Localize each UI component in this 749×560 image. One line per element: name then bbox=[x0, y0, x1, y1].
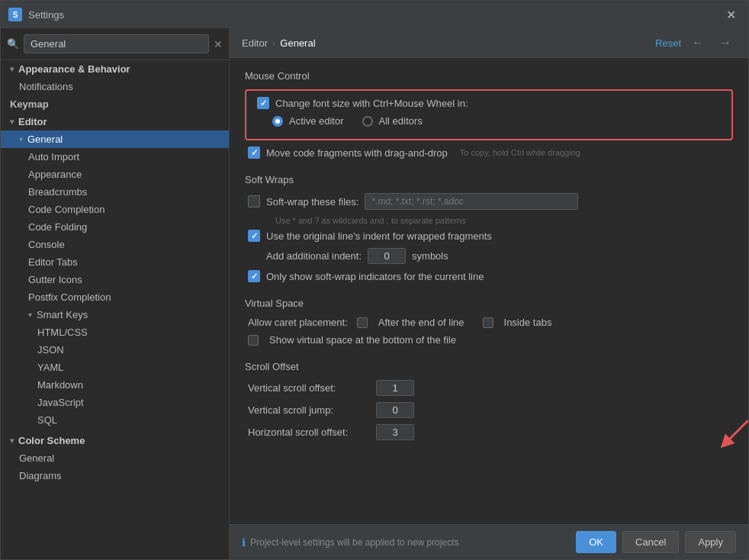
sidebar-item-javascript[interactable]: JavaScript bbox=[1, 394, 229, 411]
sidebar-item-gutter-icons[interactable]: Gutter Icons bbox=[1, 271, 229, 288]
sidebar-item-label: Auto Import bbox=[28, 151, 79, 163]
close-button[interactable]: ✕ bbox=[722, 6, 741, 24]
apply-button[interactable]: Apply bbox=[685, 531, 736, 553]
vertical-offset-input[interactable] bbox=[376, 380, 414, 396]
expand-arrow-icon: ▾ bbox=[28, 311, 32, 319]
sidebar-item-breadcrumbs[interactable]: Breadcrumbs bbox=[1, 183, 229, 201]
show-virtual-label: Show virtual space at the bottom of the … bbox=[269, 334, 456, 346]
sidebar-item-diagrams[interactable]: Diagrams bbox=[1, 467, 229, 484]
search-input[interactable] bbox=[24, 34, 209, 53]
sidebar-item-label: Code Completion bbox=[28, 204, 104, 215]
sidebar-item-html-css[interactable]: HTML/CSS bbox=[1, 323, 229, 341]
breadcrumb-parent[interactable]: Editor bbox=[242, 37, 268, 49]
ok-button[interactable]: OK bbox=[576, 531, 616, 553]
sidebar-item-code-completion[interactable]: Code Completion bbox=[1, 201, 229, 218]
vertical-jump-input[interactable] bbox=[376, 402, 414, 418]
sidebar-item-label: SQL bbox=[37, 414, 57, 426]
sidebar-item-notifications[interactable]: Notifications bbox=[1, 78, 229, 95]
sidebar-item-label: JavaScript bbox=[37, 397, 84, 408]
info-text-area: ℹ Project-level settings will be applied… bbox=[242, 536, 458, 549]
highlight-box: ✓ Change font size with Ctrl+Mouse Wheel… bbox=[245, 89, 733, 140]
move-code-hint: To copy, hold Ctrl while dragging bbox=[460, 148, 580, 157]
breadcrumb: Editor › General bbox=[242, 37, 316, 49]
sidebar-item-json[interactable]: JSON bbox=[1, 341, 229, 359]
expand-arrow-icon: ▾ bbox=[10, 436, 14, 445]
sidebar-item-console[interactable]: Console bbox=[1, 236, 229, 253]
sidebar-item-keymap[interactable]: Keymap bbox=[1, 95, 229, 113]
sidebar-item-label: Smart Keys bbox=[37, 309, 88, 320]
active-editor-row: Active editor All editors bbox=[254, 115, 724, 127]
change-font-checkbox[interactable]: ✓ bbox=[257, 97, 269, 109]
info-icon: ℹ bbox=[242, 536, 246, 549]
search-bar: 🔍 ✕ bbox=[1, 28, 229, 60]
move-code-label: Move code fragments with drag-and-drop bbox=[266, 147, 448, 159]
forward-button[interactable]: → bbox=[715, 34, 736, 51]
settings-window: S Settings ✕ 🔍 ✕ ▾ Appearance & Behavior… bbox=[0, 0, 749, 560]
title-bar: S Settings ✕ bbox=[1, 1, 748, 28]
sidebar-item-label: Appearance bbox=[28, 169, 82, 180]
window-title: Settings bbox=[28, 9, 722, 21]
sidebar-item-editor[interactable]: ▾ Editor bbox=[1, 113, 229, 130]
soft-wraps-section: Soft Wraps Soft-wrap these files: Use * … bbox=[245, 174, 733, 282]
sidebar-item-editor-tabs[interactable]: Editor Tabs bbox=[1, 253, 229, 271]
sidebar-item-smart-keys[interactable]: ▾ Smart Keys bbox=[1, 306, 229, 323]
only-show-row: ✓ Only show soft-wrap indicators for the… bbox=[245, 270, 733, 282]
sidebar-item-code-folding[interactable]: Code Folding bbox=[1, 218, 229, 236]
only-show-label: Only show soft-wrap indicators for the c… bbox=[266, 271, 484, 282]
sidebar-item-postfix-completion[interactable]: Postfix Completion bbox=[1, 288, 229, 306]
vertical-jump-label: Vertical scroll jump: bbox=[248, 404, 370, 416]
bottom-bar: ℹ Project-level settings will be applied… bbox=[230, 524, 748, 559]
sidebar-item-label: Editor Tabs bbox=[28, 256, 78, 268]
vertical-offset-row: Vertical scroll offset: bbox=[245, 380, 733, 396]
sidebar-item-label: Code Folding bbox=[28, 221, 87, 233]
only-show-checkbox[interactable]: ✓ bbox=[248, 270, 260, 282]
after-end-checkbox[interactable] bbox=[357, 317, 368, 328]
sidebar-item-appearance[interactable]: Appearance bbox=[1, 166, 229, 183]
cancel-button[interactable]: Cancel bbox=[622, 531, 679, 553]
all-editors-radio[interactable] bbox=[362, 116, 373, 127]
red-arrow-indicator bbox=[710, 417, 748, 462]
show-virtual-row: Show virtual space at the bottom of the … bbox=[245, 334, 733, 346]
check-icon: ✓ bbox=[251, 231, 258, 241]
vertical-offset-label: Vertical scroll offset: bbox=[248, 382, 370, 394]
reset-button[interactable]: Reset bbox=[655, 37, 681, 49]
change-font-label: Change font size with Ctrl+Mouse Wheel i… bbox=[275, 98, 468, 109]
show-virtual-checkbox[interactable] bbox=[248, 335, 259, 346]
sidebar: 🔍 ✕ ▾ Appearance & Behavior Notification… bbox=[1, 28, 230, 559]
sidebar-item-markdown[interactable]: Markdown bbox=[1, 376, 229, 394]
check-icon: ✓ bbox=[260, 98, 267, 108]
sidebar-item-sql[interactable]: SQL bbox=[1, 411, 229, 429]
after-end-label: After the end of line bbox=[378, 317, 465, 328]
settings-content: Mouse Control ✓ Change font size with Ct… bbox=[230, 58, 748, 524]
sidebar-item-label: Console bbox=[28, 239, 65, 250]
breadcrumb-separator: › bbox=[272, 37, 275, 49]
sidebar-item-color-general[interactable]: General bbox=[1, 449, 229, 467]
clear-search-button[interactable]: ✕ bbox=[214, 38, 223, 50]
sidebar-item-color-scheme[interactable]: ▾ Color Scheme bbox=[1, 432, 229, 449]
soft-wrap-checkbox[interactable] bbox=[248, 195, 260, 208]
back-button[interactable]: ← bbox=[687, 34, 709, 51]
inside-tabs-checkbox[interactable] bbox=[483, 317, 493, 328]
sidebar-item-general[interactable]: ▾ General bbox=[1, 130, 229, 148]
search-icon: 🔍 bbox=[7, 38, 19, 50]
active-editor-radio[interactable] bbox=[272, 116, 283, 127]
soft-wrap-files-row: Soft-wrap these files: bbox=[245, 193, 733, 210]
move-code-checkbox[interactable]: ✓ bbox=[248, 146, 260, 159]
button-row: OK Cancel Apply bbox=[576, 531, 736, 553]
add-indent-input[interactable] bbox=[368, 248, 406, 264]
sidebar-item-auto-import[interactable]: Auto Import bbox=[1, 148, 229, 166]
all-editors-label: All editors bbox=[379, 115, 423, 127]
sidebar-item-label: General bbox=[27, 134, 63, 145]
horizontal-offset-input[interactable] bbox=[376, 424, 414, 440]
sidebar-item-label: Breadcrumbs bbox=[28, 186, 87, 198]
sidebar-item-label: Diagrams bbox=[19, 470, 62, 481]
sidebar-item-appearance-behavior[interactable]: ▾ Appearance & Behavior bbox=[1, 60, 229, 78]
symbols-label: symbols bbox=[412, 250, 448, 262]
use-indent-checkbox[interactable]: ✓ bbox=[248, 230, 260, 242]
change-font-row: ✓ Change font size with Ctrl+Mouse Wheel… bbox=[254, 97, 724, 109]
sidebar-item-label: Markdown bbox=[37, 379, 83, 391]
sidebar-item-yaml[interactable]: YAML bbox=[1, 359, 229, 376]
sidebar-item-label: Gutter Icons bbox=[28, 274, 82, 285]
soft-wrap-input[interactable] bbox=[365, 193, 578, 210]
sidebar-item-label: Color Scheme bbox=[18, 435, 85, 446]
